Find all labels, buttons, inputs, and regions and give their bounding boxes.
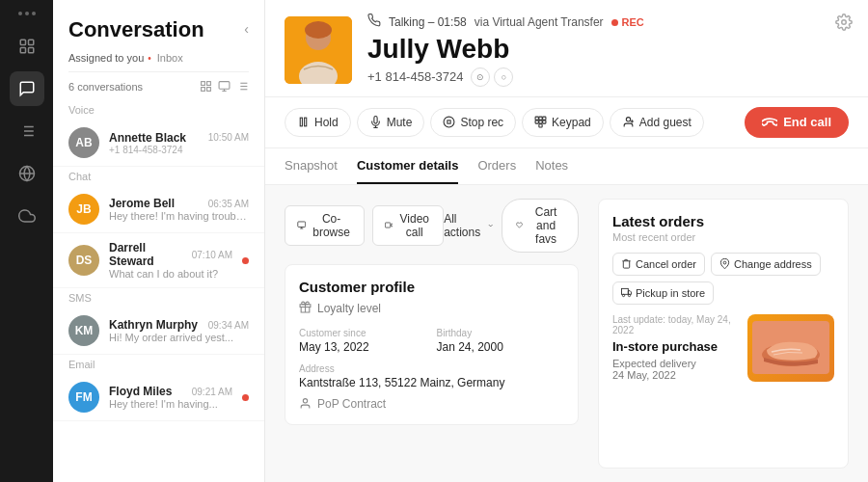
svg-rect-14 [207, 88, 211, 92]
conversation-panel: Conversation ‹ Assigned to you • Inbox 6… [53, 0, 265, 482]
phone-copy-btn[interactable]: ⊙ [471, 67, 490, 87]
stop-rec-button[interactable]: Stop rec [430, 108, 516, 137]
settings-icon[interactable] [835, 13, 853, 35]
rec-badge: REC [611, 16, 644, 28]
avatar: AB [68, 127, 99, 158]
right-actions: All actions Cart and favs [444, 199, 579, 253]
mute-button[interactable]: Mute [357, 108, 425, 137]
svg-point-34 [444, 117, 454, 127]
conv-time: 09:34 AM [208, 320, 249, 331]
phone-actions: ⊙ ○ [471, 67, 513, 87]
content-area: Co-browse Video call All actions Cart an… [265, 185, 868, 482]
action-row: Co-browse Video call All actions Cart an… [285, 199, 579, 253]
content-left: Co-browse Video call All actions Cart an… [285, 199, 579, 469]
tab-orders[interactable]: Orders [477, 148, 516, 184]
pop-contract-row: PoP Contract [299, 397, 564, 411]
contact-name: Floyd Miles [109, 385, 172, 398]
svg-rect-36 [535, 117, 538, 120]
avatar: DS [68, 245, 99, 276]
cancel-order-button[interactable]: Cancel order [612, 253, 705, 276]
sidebar-item-chat[interactable] [10, 71, 44, 106]
sidebar [0, 0, 53, 482]
avatar: JB [68, 194, 99, 225]
svg-rect-3 [28, 48, 33, 53]
email-section-label: Email [53, 355, 264, 374]
list-item[interactable]: KM Kathryn Murphy 09:34 AM Hi! My order … [53, 308, 264, 355]
tab-customer-details[interactable]: Customer details [357, 148, 458, 184]
shoe-svg [752, 321, 829, 374]
main-area: Talking – 01:58 via Virtual Agent Transf… [265, 0, 868, 482]
phone-icon [367, 13, 381, 31]
sidebar-item-globe[interactable] [10, 156, 44, 191]
all-actions-button[interactable]: All actions [444, 212, 494, 239]
hold-button[interactable]: Hold [285, 108, 351, 137]
svg-rect-30 [300, 118, 302, 126]
svg-rect-31 [305, 118, 307, 126]
keypad-button[interactable]: Keypad [522, 108, 604, 137]
inbox-label: Inbox [157, 52, 183, 64]
contact-phone: +1 814-458-3724 [109, 145, 249, 155]
collapse-chevron-icon[interactable]: ‹ [244, 21, 249, 37]
profile-title: Customer profile [299, 279, 564, 295]
chat-section-label: Chat [53, 167, 264, 186]
caller-phone: +1 814-458-3724 [367, 69, 463, 84]
list-item[interactable]: AB Annette Black 10:50 AM +1 814-458-372… [53, 120, 264, 167]
customer-since-label: Customer since [299, 328, 427, 338]
svg-rect-50 [385, 223, 390, 228]
sms-section-label: SMS [53, 288, 264, 308]
contact-name: Kathryn Murphy [109, 318, 198, 332]
sidebar-item-list[interactable] [10, 114, 44, 148]
message-preview: What can I do about it? [109, 268, 232, 280]
svg-rect-13 [207, 82, 211, 86]
svg-rect-0 [20, 40, 25, 44]
svg-point-43 [626, 118, 630, 121]
svg-point-53 [303, 399, 307, 403]
address-label: Address [299, 363, 564, 374]
end-call-button[interactable]: End call [745, 107, 849, 138]
message-preview: Hey there! I'm having trouble... [109, 210, 249, 222]
loyalty-label: Loyalty level [317, 302, 381, 315]
conv-info: Kathryn Murphy 09:34 AM Hi! My order arr… [109, 318, 249, 343]
loyalty-row: Loyalty level [299, 301, 564, 316]
unread-indicator [242, 257, 249, 264]
sidebar-item-home[interactable] [10, 29, 44, 64]
rec-label: REC [622, 16, 644, 28]
pickup-button[interactable]: Pickup in store [612, 281, 714, 305]
call-status-text: Talking – 01:58 [389, 15, 467, 29]
svg-rect-39 [535, 120, 538, 123]
conv-info: Darrell Steward 07:10 AM What can I do a… [109, 241, 232, 280]
tabs-bar: Snapshot Customer details Orders Notes [265, 148, 868, 185]
cart-favs-button[interactable]: Cart and favs [502, 199, 579, 253]
caller-photo [285, 16, 352, 84]
tab-snapshot[interactable]: Snapshot [285, 148, 338, 184]
profile-fields: Customer since May 13, 2022 Birthday Jan… [299, 328, 564, 389]
svg-marker-56 [628, 291, 631, 295]
cobrowse-button[interactable]: Co-browse [285, 205, 365, 246]
view-icons[interactable] [200, 80, 249, 93]
caller-info: Talking – 01:58 via Virtual Agent Transf… [367, 13, 849, 87]
add-guest-button[interactable]: Add guest [610, 108, 704, 137]
sidebar-item-cloud[interactable] [10, 199, 44, 233]
svg-rect-1 [28, 40, 33, 44]
caller-name: Jully Webb [367, 35, 849, 65]
conv-info: Floyd Miles 09:21 AM Hey there! I'm havi… [109, 385, 232, 410]
svg-rect-38 [543, 117, 546, 120]
svg-point-58 [628, 295, 630, 297]
list-item[interactable]: FM Floyd Miles 09:21 AM Hey there! I'm h… [53, 374, 264, 421]
content-right: Latest orders Most recent order Cancel o… [598, 199, 849, 469]
list-item[interactable]: DS Darrell Steward 07:10 AM What can I d… [53, 233, 264, 288]
video-call-button[interactable]: Video call [372, 205, 444, 246]
svg-marker-49 [391, 224, 393, 228]
customer-since-field: Customer since May 13, 2022 [299, 328, 427, 354]
order-details: Last update: today, May 24, 2022 In-stor… [612, 314, 834, 382]
tab-notes[interactable]: Notes [535, 148, 568, 184]
customer-profile-card: Customer profile Loyalty level Customer … [285, 264, 579, 425]
phone-info-btn[interactable]: ○ [494, 67, 513, 87]
change-address-button[interactable]: Change address [711, 253, 821, 276]
list-item[interactable]: JB Jerome Bell 06:35 AM Hey there! I'm h… [53, 186, 264, 233]
svg-rect-37 [539, 117, 542, 120]
svg-point-27 [305, 21, 332, 39]
call-header: Talking – 01:58 via Virtual Agent Transf… [265, 0, 868, 97]
transfer-label: via Virtual Agent Transfer [475, 15, 604, 29]
most-recent-label: Most recent order [612, 231, 834, 243]
